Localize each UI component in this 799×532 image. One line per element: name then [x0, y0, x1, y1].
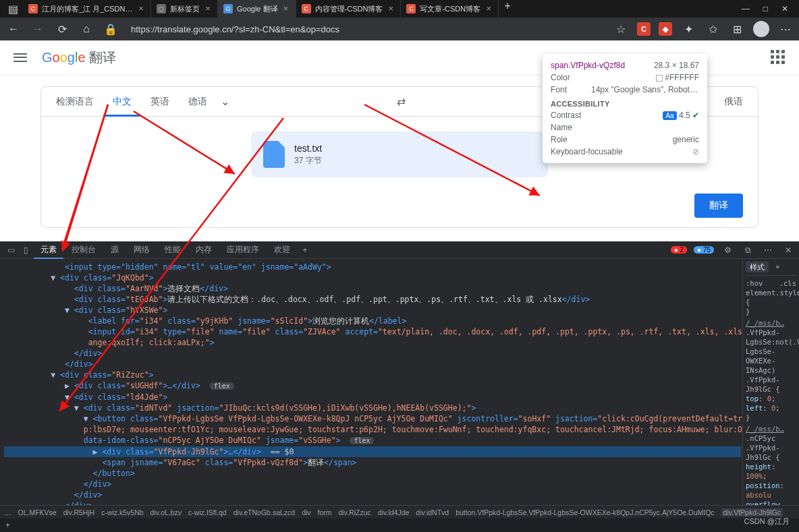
profile-avatar[interactable]: [753, 21, 769, 37]
code-line[interactable]: <label for="i34" class="y9jKHb" jsname="…: [4, 316, 741, 326]
new-bottom-tab-icon[interactable]: +: [5, 521, 10, 530]
extension-icon[interactable]: ◆: [659, 22, 672, 36]
code-line[interactable]: ▼ <div class="idNTvd" jsaction="JIbuQc:k…: [4, 403, 741, 413]
code-line[interactable]: </div>: [4, 490, 741, 500]
log-count-badge[interactable]: ● 75: [694, 246, 714, 254]
code-line[interactable]: ▼ <div class="JqKQbd">: [4, 272, 741, 283]
welcome-tab[interactable]: 欢迎: [267, 241, 297, 259]
code-line[interactable]: ange:qxoIlf; click:aaLPx;">: [4, 337, 741, 348]
source-lang-de-tab[interactable]: 德语: [179, 87, 217, 117]
settings-icon[interactable]: ⚙: [721, 245, 734, 255]
sources-tab[interactable]: 源: [104, 241, 126, 259]
crumb[interactable]: c-wiz.ISfl.qd: [188, 508, 227, 516]
crumb[interactable]: …: [4, 508, 11, 516]
translate-button[interactable]: 翻译: [694, 194, 743, 218]
devtools-close-icon[interactable]: ✕: [781, 245, 795, 255]
tab-close-icon[interactable]: ×: [387, 5, 395, 13]
elements-tree[interactable]: <input type="hidden" name="tl" value="en…: [0, 259, 742, 505]
back-button[interactable]: ←: [4, 20, 23, 38]
code-line[interactable]: <input id="i34" type="file" name="file" …: [4, 326, 741, 337]
code-line[interactable]: ▶ <div class="sUGHdf">…</div> flex: [4, 380, 741, 392]
performance-tab[interactable]: 性能: [158, 241, 188, 259]
crumb[interactable]: div.ld4Jde: [378, 508, 410, 516]
tab-2[interactable]: G Google 翻译 ×: [218, 0, 296, 18]
window-close-button[interactable]: ✕: [781, 4, 788, 13]
favorites-icon[interactable]: ✩: [703, 20, 722, 38]
device-toggle-icon[interactable]: ▯: [19, 245, 32, 255]
source-lang-en-tab[interactable]: 英语: [141, 87, 179, 117]
reload-button[interactable]: ⟳: [53, 20, 72, 38]
sidebar-icon[interactable]: ▤: [7, 3, 19, 15]
tab-close-icon[interactable]: ×: [204, 5, 212, 13]
detect-language-tab[interactable]: 检测语言: [47, 87, 103, 117]
hov-toggle[interactable]: :hov: [746, 278, 763, 288]
console-tab[interactable]: 控制台: [65, 241, 103, 259]
window-minimize-button[interactable]: —: [742, 4, 750, 13]
extensions-icon[interactable]: ✦: [679, 20, 698, 38]
code-line[interactable]: ▼ <div class="ld4Jde">: [4, 392, 741, 403]
crumb[interactable]: button.VfPpkd-LgbsSe.VfPpkd-LgbsSe-OWXEX…: [456, 508, 714, 516]
code-line[interactable]: <input type="hidden" name="tl" value="en…: [4, 262, 741, 272]
tab-close-icon[interactable]: ×: [485, 5, 493, 13]
tab-close-icon[interactable]: ×: [137, 5, 145, 13]
code-line[interactable]: </button>: [4, 468, 741, 479]
code-line[interactable]: ▼ <button class="VfPpkd-LgbsSe VfPpkd-Lg…: [4, 413, 741, 424]
target-lang-ru-tab[interactable]: 俄语: [715, 87, 752, 117]
error-count-badge[interactable]: ● 2: [671, 246, 687, 254]
url-input[interactable]: https://translate.google.cn/?sl=zh-CN&tl…: [126, 24, 606, 34]
crumb[interactable]: div.eTNoGb.saLzcd: [233, 508, 295, 516]
more-icon[interactable]: ⋯: [761, 245, 775, 255]
memory-tab[interactable]: 内存: [189, 241, 219, 259]
style-source-link[interactable]: /_/mss/b…: [746, 318, 796, 328]
elements-tab[interactable]: 元素: [34, 241, 63, 259]
styles-tab[interactable]: 样式: [746, 262, 769, 272]
crumb[interactable]: div: [302, 508, 310, 516]
code-line[interactable]: ▼ <div class="RiZzuc">: [4, 370, 741, 380]
crumb[interactable]: div.oL.bzv: [150, 508, 182, 516]
tab-0[interactable]: C 江月的博客_江 月_CSDN博客-py… ×: [23, 0, 151, 18]
crumb[interactable]: OL.MFKVse: [18, 508, 57, 516]
crumb[interactable]: div.VfPpkd-Jh9lGc: [721, 508, 783, 516]
code-line[interactable]: </div>: [4, 500, 741, 505]
network-tab[interactable]: 网络: [127, 241, 157, 259]
code-line[interactable]: </div>: [4, 348, 741, 359]
code-line[interactable]: <span jsname="V67aGc" class="VfPpkd-vQzf…: [4, 457, 741, 468]
code-line[interactable]: <div class="tEGJAb">请上传以下格式的文档：.doc、.doc…: [4, 294, 741, 305]
code-line-highlighted[interactable]: ▶ <div class="VfPpkd-Jh9lGc">…</div> == …: [4, 446, 741, 457]
code-line[interactable]: p:lbsD7e; mouseenter:tfO1Yc; mouseleave:…: [4, 424, 741, 435]
source-lang-more-icon[interactable]: ⌄: [221, 95, 229, 108]
code-line[interactable]: data-idom-class="nCP5yc AjY5Oe DuMIQc" j…: [4, 435, 741, 446]
extension-csdn-icon[interactable]: C: [637, 22, 651, 36]
favorite-icon[interactable]: ☆: [611, 20, 630, 38]
file-chip[interactable]: test.txt 37 字节: [251, 131, 548, 177]
home-button[interactable]: ⌂: [77, 20, 96, 38]
code-line[interactable]: </div>: [4, 359, 741, 370]
code-line[interactable]: <div class="AarNVd">选择文档</div>: [4, 283, 741, 294]
new-tab-button[interactable]: +: [499, 0, 516, 18]
window-maximize-button[interactable]: □: [763, 4, 768, 13]
add-tab-icon[interactable]: +: [298, 245, 312, 255]
tab-3[interactable]: C 内容管理-CSDN博客 ×: [296, 0, 402, 18]
cls-toggle[interactable]: .cls: [779, 278, 796, 288]
styles-more-icon[interactable]: »: [775, 262, 779, 272]
google-apps-icon[interactable]: [771, 50, 787, 66]
tab-4[interactable]: C 写文章-CSDN博客 ×: [401, 0, 499, 18]
collections-icon[interactable]: ⊞: [727, 20, 746, 38]
hamburger-menu-icon[interactable]: [12, 50, 28, 66]
elements-breadcrumb[interactable]: … OL.MFKVse div.R5HjH c-wiz.k5v5Nb div.o…: [0, 505, 799, 519]
swap-languages-icon[interactable]: ⇄: [397, 95, 406, 108]
application-tab[interactable]: 应用程序: [220, 241, 266, 259]
inspect-element-icon[interactable]: ▭: [4, 245, 18, 255]
forward-button[interactable]: →: [28, 20, 47, 38]
crumb[interactable]: div.RiZzuc: [339, 508, 371, 516]
crumb[interactable]: c-wiz.k5v5Nb: [101, 508, 143, 516]
lock-icon[interactable]: 🔒: [101, 20, 120, 38]
crumb[interactable]: form: [318, 508, 332, 516]
code-line[interactable]: ▼ <div class="hYXSWe">: [4, 305, 741, 316]
overflow-menu-icon[interactable]: ⋯: [776, 20, 795, 38]
tab-close-icon[interactable]: ×: [282, 5, 290, 13]
dock-icon[interactable]: ⧉: [741, 245, 754, 255]
styles-panel[interactable]: 样式 » :hov .cls element.style { } /_/mss/…: [742, 259, 799, 505]
crumb[interactable]: div.idNTvd: [416, 508, 449, 516]
style-source-link[interactable]: /_/mss/b…: [746, 424, 796, 434]
